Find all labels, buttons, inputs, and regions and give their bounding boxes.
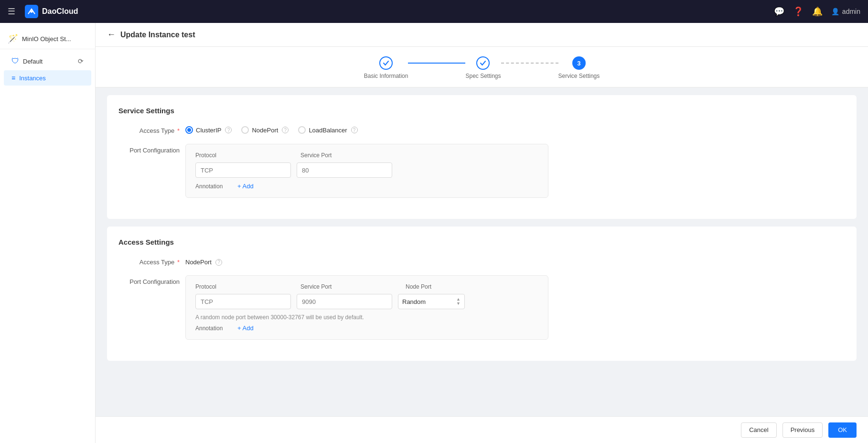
sidebar-app: 🪄 MinIO Object St... <box>0 29 95 49</box>
access-port-config-row: Port Configuration Protocol Service Port… <box>118 275 845 340</box>
radio-nodeport-circle <box>241 126 249 134</box>
loadbalancer-help-icon[interactable]: ? <box>351 127 358 133</box>
required-marker: * <box>177 127 180 134</box>
access-annotation-label: Annotation <box>195 325 234 332</box>
footer: Cancel Previous OK <box>96 416 868 443</box>
node-port-arrows: ▲ ▼ <box>456 297 461 306</box>
content-area: Service Settings Access Type * ClusterIP… <box>96 95 868 407</box>
topnav-icons: 💬 ❓ 🔔 👤 admin <box>774 6 860 17</box>
main: ← Update Instance test Basic Information… <box>96 23 868 443</box>
service-settings-section: Service Settings Access Type * ClusterIP… <box>107 95 857 219</box>
service-settings-title: Service Settings <box>118 107 845 115</box>
service-access-type-label: Access Type * <box>118 124 185 134</box>
access-settings-title: Access Settings <box>118 238 845 246</box>
step-service-settings-label: Service Settings <box>558 73 600 79</box>
shield-icon: 🛡 <box>11 57 19 65</box>
service-access-type-radio-group: ClusterIP ? NodePort ? LoadBalancer <box>185 124 845 134</box>
step-spec-settings: Spec Settings <box>465 56 501 79</box>
logo: DaoCloud <box>25 5 78 18</box>
radio-clusterip-label: ClusterIP <box>196 127 221 134</box>
page-title: Update Instance test <box>120 31 195 39</box>
access-port-config-content: Protocol Service Port Node Port Random ▲ <box>185 275 845 340</box>
step-spec-settings-label: Spec Settings <box>465 73 501 79</box>
access-port-config-input-row: Random ▲ ▼ <box>195 294 538 309</box>
stepper: Basic Information Spec Settings 3 Servic… <box>96 47 868 87</box>
hamburger-icon[interactable]: ☰ <box>8 6 15 17</box>
user-label: admin <box>842 8 860 15</box>
clusterip-help-icon[interactable]: ? <box>225 127 232 133</box>
access-service-port-col-label: Service Port <box>300 283 396 290</box>
step-basic-info-label: Basic Information <box>364 73 408 79</box>
refresh-icon[interactable]: ⟳ <box>78 57 84 65</box>
step-basic-info: Basic Information <box>364 56 408 79</box>
service-annotation-label: Annotation <box>195 183 234 190</box>
access-required-marker: * <box>177 259 180 266</box>
step-spec-settings-circle <box>476 56 490 70</box>
help-circle-icon[interactable]: ❓ <box>793 6 804 17</box>
service-port-config-content: Protocol Service Port Annotation + Add <box>185 144 845 198</box>
radio-nodeport[interactable]: NodePort ? <box>241 126 289 134</box>
access-settings-section: Access Settings Access Type * NodePort ?… <box>107 227 857 361</box>
service-port-config-header: Protocol Service Port <box>195 152 538 159</box>
access-port-config-header: Protocol Service Port Node Port <box>195 283 538 290</box>
service-access-type-row: Access Type * ClusterIP ? <box>118 124 845 134</box>
previous-button[interactable]: Previous <box>782 422 823 438</box>
sidebar-default-row: 🛡 Default ⟳ <box>4 53 91 69</box>
message-icon[interactable]: 💬 <box>774 6 784 17</box>
service-protocol-col-label: Protocol <box>195 152 291 159</box>
radio-nodeport-label: NodePort <box>252 127 278 134</box>
access-port-config-box: Protocol Service Port Node Port Random ▲ <box>185 275 548 340</box>
service-port-config-box: Protocol Service Port Annotation + Add <box>185 144 548 198</box>
app-icon: 🪄 <box>8 33 18 44</box>
access-type-row: Access Type * NodePort ? <box>118 256 845 266</box>
service-port-config-label: Port Configuration <box>118 144 185 154</box>
access-type-content: NodePort ? <box>185 256 845 266</box>
nodeport-help-icon[interactable]: ? <box>282 127 289 133</box>
access-node-port-hint: A random node port between 30000-32767 w… <box>195 314 538 321</box>
service-access-type-content: ClusterIP ? NodePort ? LoadBalancer <box>185 124 845 134</box>
access-add-annotation-button[interactable]: + Add <box>237 324 254 332</box>
list-icon: ≡ <box>11 74 15 82</box>
radio-clusterip-circle <box>185 126 193 134</box>
notification-icon[interactable]: 🔔 <box>812 6 823 17</box>
service-annotation-row: Annotation + Add <box>195 183 538 190</box>
service-add-annotation-button[interactable]: + Add <box>237 183 254 190</box>
topnav: ☰ DaoCloud 💬 ❓ 🔔 👤 admin <box>0 0 868 23</box>
access-node-port-select[interactable]: Random ▲ ▼ <box>398 294 465 309</box>
step-line-1 <box>408 63 465 64</box>
node-port-value: Random <box>402 298 426 305</box>
sidebar-app-name: MinIO Object St... <box>22 35 71 43</box>
service-protocol-input[interactable] <box>195 162 291 178</box>
access-annotation-row: Annotation + Add <box>195 324 538 332</box>
access-port-config-label: Port Configuration <box>118 275 185 285</box>
back-button[interactable]: ← <box>107 30 116 40</box>
radio-loadbalancer[interactable]: LoadBalancer ? <box>298 126 357 134</box>
service-port-config-row: Port Configuration Protocol Service Port <box>118 144 845 198</box>
access-protocol-col-label: Protocol <box>195 283 291 290</box>
sidebar-item-instances[interactable]: ≡ Instances <box>4 70 91 86</box>
access-protocol-input[interactable] <box>195 294 291 309</box>
ok-button[interactable]: OK <box>828 422 857 438</box>
step-line-2 <box>501 63 558 64</box>
logo-text: DaoCloud <box>42 7 78 16</box>
step-basic-info-circle <box>379 56 393 70</box>
sidebar-item-instances-label: Instances <box>19 75 46 82</box>
sidebar: 🪄 MinIO Object St... 🛡 Default ⟳ ≡ Insta… <box>0 23 96 443</box>
access-type-label: Access Type * <box>118 256 185 266</box>
user-menu[interactable]: 👤 admin <box>831 8 860 15</box>
service-port-input[interactable] <box>297 162 392 178</box>
service-port-config-input-row <box>195 162 538 178</box>
sidebar-default-label: Default <box>23 58 43 65</box>
cancel-button[interactable]: Cancel <box>741 422 776 438</box>
logo-icon <box>25 5 38 18</box>
radio-loadbalancer-label: LoadBalancer <box>309 127 347 134</box>
step-service-settings-circle: 3 <box>572 56 586 70</box>
access-node-port-col-label: Node Port <box>406 283 477 290</box>
access-type-help-icon[interactable]: ? <box>215 259 222 266</box>
step-service-settings: 3 Service Settings <box>558 56 600 79</box>
access-service-port-input[interactable] <box>297 294 392 309</box>
page-header: ← Update Instance test <box>96 23 868 47</box>
radio-loadbalancer-circle <box>298 126 306 134</box>
access-type-value: NodePort <box>185 259 212 266</box>
radio-clusterip[interactable]: ClusterIP ? <box>185 126 232 134</box>
